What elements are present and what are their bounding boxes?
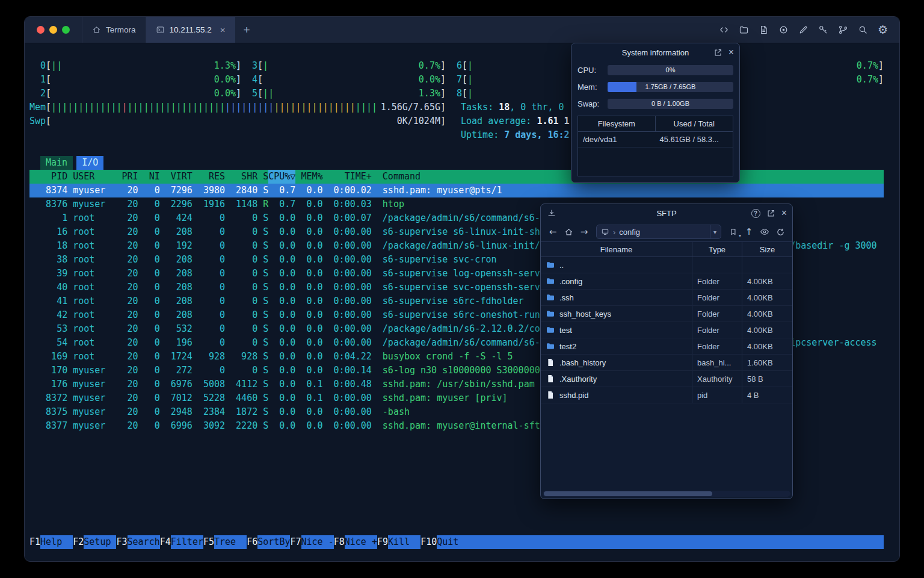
file-row[interactable]: .ssh Folder 4.00KB — [541, 290, 792, 306]
file-name: test2 — [559, 342, 576, 351]
file-row[interactable]: .config Folder 4.00KB — [541, 273, 792, 290]
filesystem-table: Filesystem Used / Total /dev/vda1 45.61G… — [578, 116, 733, 176]
back-button[interactable]: ← — [546, 225, 560, 239]
close-panel-icon[interactable]: × — [728, 48, 734, 57]
transfers-download-icon[interactable] — [547, 208, 556, 218]
column-header-ni[interactable]: NI — [138, 170, 160, 184]
file-manager-button[interactable] — [738, 24, 750, 36]
function-key-button[interactable]: F1Help — [29, 535, 73, 549]
function-key-button[interactable]: F6SortBy — [247, 535, 290, 549]
home-icon — [92, 25, 101, 34]
function-key-button[interactable]: F5Tree — [203, 535, 247, 549]
keys-button[interactable] — [818, 24, 829, 36]
desktop: Termora 10.211.55.2 × + ⚙ — [0, 0, 924, 578]
function-key-button[interactable]: F8Nice + — [334, 535, 377, 549]
file-name: test — [559, 326, 572, 335]
meter-row: 1[0.0%] 4[0.0%] 7[|0.7%] — [29, 73, 884, 87]
tab-ssh-session[interactable]: 10.211.55.2 × — [146, 17, 235, 43]
column-header-res[interactable]: RES — [192, 170, 225, 184]
column-header-pid[interactable]: PID — [29, 170, 67, 184]
file-row[interactable]: .bash_history bash_hi... 1.60KB — [541, 355, 792, 371]
sftp-toolbar: ← → › config ▾ ▾ ↑ — [541, 222, 792, 241]
meter-row: 2[0.0%] 5[||1.3%] 8[|] — [29, 87, 884, 101]
folder-icon — [546, 293, 555, 302]
tab-termora-home[interactable]: Termora — [82, 17, 146, 43]
forward-button[interactable]: → — [577, 225, 591, 239]
function-key-button[interactable]: F3Search — [116, 535, 159, 549]
uptime-stat: Uptime: 7 days, 16:2 — [461, 128, 570, 142]
folder-icon — [546, 260, 555, 270]
git-branch-icon — [838, 25, 848, 35]
close-tab-icon[interactable]: × — [220, 25, 226, 34]
file-type: Folder — [692, 290, 742, 305]
column-header-user[interactable]: USER — [67, 170, 122, 184]
new-tab-button[interactable]: + — [235, 17, 259, 43]
edit-button[interactable] — [798, 24, 809, 36]
column-header-filesystem: Filesystem — [578, 116, 656, 131]
settings-button[interactable]: ⚙ — [877, 24, 889, 36]
horizontal-scrollbar[interactable] — [543, 491, 790, 497]
file-icon — [546, 390, 555, 400]
close-window-button[interactable] — [37, 26, 45, 34]
scrollbar-thumb[interactable] — [544, 491, 712, 496]
mem-label: Mem: — [578, 82, 603, 92]
bookmarks-button[interactable]: ▾ — [726, 225, 741, 239]
tab-label: Termora — [106, 25, 136, 34]
zoom-window-button[interactable] — [62, 26, 70, 34]
record-icon — [778, 25, 789, 35]
file-size: 4 B — [742, 387, 792, 403]
file-row[interactable]: ssh_host_keys Folder 4.00KB — [541, 306, 792, 322]
file-row[interactable]: sshd.pid pid 4 B — [541, 387, 792, 403]
refresh-button[interactable] — [773, 225, 787, 239]
search-button[interactable] — [857, 24, 869, 36]
column-header-time[interactable]: TIME+ — [323, 170, 372, 184]
function-key-button[interactable]: F4Filter — [160, 535, 203, 549]
path-dropdown-icon[interactable]: ▾ — [710, 225, 719, 238]
minimize-window-button[interactable] — [49, 26, 57, 34]
function-key-button[interactable]: F10Quit — [420, 535, 469, 549]
column-header-size[interactable]: Size — [742, 242, 792, 256]
show-hidden-files-button[interactable] — [757, 225, 772, 239]
cpu-usage-text: 0% — [608, 65, 733, 75]
column-header-mem[interactable]: MEM% — [295, 170, 322, 184]
chevron-down-icon: ▾ — [739, 233, 741, 238]
home-directory-button[interactable] — [561, 225, 576, 239]
panel-title: SFTP — [656, 209, 676, 218]
file-row[interactable]: test Folder 4.00KB — [541, 322, 792, 338]
column-header-shr[interactable]: SHR — [225, 170, 257, 184]
column-header-type[interactable]: Type — [692, 242, 742, 256]
cpu-meter: 5[||1.3%] — [241, 87, 446, 101]
help-icon[interactable]: ? — [751, 209, 760, 218]
port-forwarding-button[interactable] — [837, 24, 849, 36]
record-session-button[interactable] — [778, 24, 789, 36]
file-type: Folder — [692, 322, 742, 338]
function-key-button[interactable]: F2Setup — [73, 535, 116, 549]
file-size: 4.00KB — [742, 338, 792, 354]
function-key-button[interactable]: F9Kill — [377, 535, 420, 549]
path-breadcrumb[interactable]: › config ▾ — [596, 225, 721, 239]
folder-icon — [546, 276, 555, 286]
column-header-filename[interactable]: Filename — [541, 245, 692, 254]
open-in-new-window-icon[interactable] — [713, 48, 722, 57]
column-header-state[interactable]: S — [257, 170, 268, 184]
open-in-new-window-icon[interactable] — [766, 209, 775, 218]
code-snippets-button[interactable] — [718, 24, 730, 36]
function-key-button[interactable]: F7Nice - — [290, 535, 333, 549]
column-header-pri[interactable]: PRI — [122, 170, 138, 184]
file-row[interactable]: .Xauthority Xauthority 58 B — [541, 371, 792, 387]
log-viewer-button[interactable] — [758, 24, 769, 36]
close-panel-icon[interactable]: × — [781, 208, 787, 218]
parent-directory-button[interactable]: ↑ — [742, 225, 756, 239]
column-header-virt[interactable]: VIRT — [160, 170, 192, 184]
memory-meter: Mem[||||||||||||||||||||||||||||||||||||… — [29, 101, 446, 114]
search-icon — [858, 25, 868, 35]
file-type: Xauthority — [692, 371, 742, 387]
column-header-cpu-sorted[interactable]: CPU%▽ — [268, 170, 295, 184]
process-row[interactable]: 8374 myuser 20 0 7296 3980 2840 S 0.7 0.… — [29, 184, 884, 197]
file-icon — [546, 374, 555, 384]
screen-tab[interactable]: I/O — [76, 156, 103, 170]
file-row[interactable]: .. — [541, 257, 792, 273]
screen-tab[interactable]: Main — [40, 156, 73, 170]
process-table-header: PID USER PRI NI VIRT RES SHR S CPU%▽ MEM… — [29, 170, 884, 184]
file-row[interactable]: test2 Folder 4.00KB — [541, 338, 792, 355]
